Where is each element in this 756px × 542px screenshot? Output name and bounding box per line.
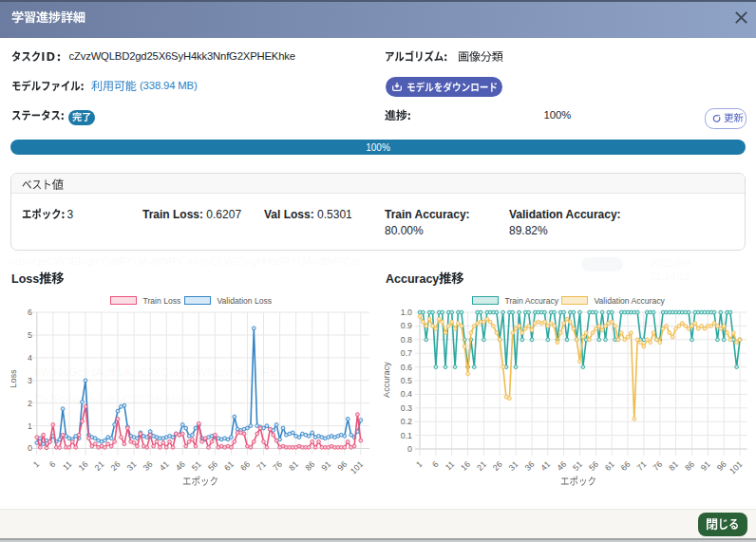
svg-text:0.6: 0.6 xyxy=(401,363,412,372)
svg-text:5: 5 xyxy=(28,330,32,340)
svg-text:41: 41 xyxy=(539,459,552,473)
svg-text:0.9: 0.9 xyxy=(401,321,412,330)
svg-text:3: 3 xyxy=(28,376,32,385)
svg-text:0.8: 0.8 xyxy=(401,335,412,345)
svg-text:0.2: 0.2 xyxy=(401,417,412,426)
svg-text:0.7: 0.7 xyxy=(401,348,412,358)
svg-text:4: 4 xyxy=(28,353,32,363)
svg-text:6: 6 xyxy=(430,459,441,470)
svg-text:91: 91 xyxy=(319,459,332,473)
svg-text:11: 11 xyxy=(61,459,74,473)
svg-text:6: 6 xyxy=(47,459,58,470)
svg-text:81: 81 xyxy=(287,459,300,473)
svg-text:21: 21 xyxy=(93,459,106,473)
svg-text:81: 81 xyxy=(667,459,680,473)
svg-text:31: 31 xyxy=(125,459,139,473)
svg-text:Loss: Loss xyxy=(9,369,18,388)
svg-text:66: 66 xyxy=(238,459,252,473)
svg-text:0.5: 0.5 xyxy=(401,376,412,385)
svg-text:96: 96 xyxy=(335,459,349,473)
svg-text:86: 86 xyxy=(303,459,316,473)
svg-text:101: 101 xyxy=(349,459,366,477)
svg-text:26: 26 xyxy=(491,459,504,473)
svg-text:2: 2 xyxy=(28,399,32,408)
svg-text:0.1: 0.1 xyxy=(401,431,412,440)
svg-text:31: 31 xyxy=(507,459,520,473)
svg-text:0.4: 0.4 xyxy=(401,389,412,399)
svg-text:71: 71 xyxy=(635,459,649,473)
svg-text:61: 61 xyxy=(222,459,236,473)
svg-text:1: 1 xyxy=(414,459,425,470)
svg-text:91: 91 xyxy=(699,459,712,473)
svg-text:41: 41 xyxy=(158,459,171,473)
svg-text:0: 0 xyxy=(28,443,32,453)
svg-text:1: 1 xyxy=(31,459,42,470)
svg-text:96: 96 xyxy=(715,459,728,473)
svg-text:71: 71 xyxy=(255,459,268,473)
svg-text:26: 26 xyxy=(109,459,123,473)
svg-text:1.0: 1.0 xyxy=(401,308,412,317)
svg-text:76: 76 xyxy=(271,459,284,473)
svg-text:11: 11 xyxy=(444,459,457,473)
svg-text:1: 1 xyxy=(28,421,32,431)
svg-text:101: 101 xyxy=(728,459,745,477)
svg-text:16: 16 xyxy=(459,459,472,473)
svg-text:16: 16 xyxy=(77,459,90,473)
svg-text:0.3: 0.3 xyxy=(401,403,412,413)
svg-text:36: 36 xyxy=(142,459,155,473)
svg-text:Accuracy: Accuracy xyxy=(382,362,391,398)
svg-text:0: 0 xyxy=(407,444,412,454)
svg-text:21: 21 xyxy=(475,459,488,473)
svg-text:6: 6 xyxy=(28,308,32,317)
svg-text:66: 66 xyxy=(619,459,633,473)
svg-text:36: 36 xyxy=(523,459,537,473)
svg-text:61: 61 xyxy=(603,459,616,473)
svg-text:76: 76 xyxy=(651,459,664,473)
svg-text:86: 86 xyxy=(683,459,696,473)
